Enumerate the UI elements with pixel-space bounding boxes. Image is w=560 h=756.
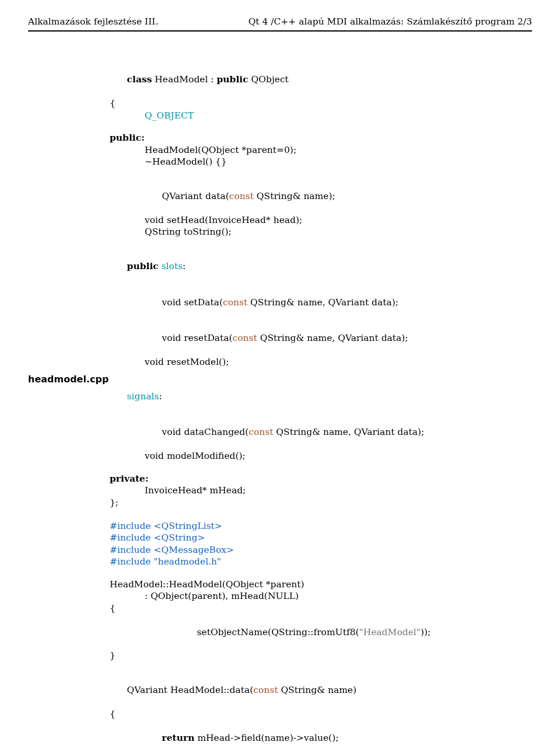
datachanged-pre: void dataChanged( (162, 427, 249, 437)
kw-public-base: public (217, 74, 249, 85)
header-left: Alkalmazások fejlesztése III. (28, 16, 158, 27)
hm-data-pre: QVariant HeadModel::data( (127, 685, 254, 695)
include-4a: #include (110, 556, 154, 567)
setdata-pre: void setData( (162, 297, 223, 308)
setobj-a: setObjectName(QString::fromUtf8( (197, 627, 359, 637)
include-3: #include <QMessageBox> (110, 544, 532, 556)
data-pre: QVariant data( (162, 191, 229, 201)
hm-data-ret: mHead->field(name)->value(); (194, 733, 338, 743)
tostring-decl: QString toString(); (110, 226, 532, 238)
brace-open-3: { (110, 708, 532, 720)
kw-const-5: const (253, 685, 278, 695)
file-label: headmodel.cpp (28, 374, 108, 385)
kw-public: public: (110, 132, 145, 143)
kw-public-2: public (127, 260, 159, 271)
header-right: Qt 4 /C++ alapú MDI alkalmazás: Számlaké… (249, 16, 532, 27)
page: Alkalmazások fejlesztése III. Qt 4 /C++ … (0, 0, 560, 756)
header-rule (28, 30, 532, 32)
modelmodified-decl: void modelModified(); (110, 450, 532, 462)
data-post: QString& name); (254, 191, 335, 201)
kw-class: class (127, 74, 152, 85)
macro-qobject: Q_OBJECT (145, 110, 194, 121)
include-4b: "headmodel.h" (154, 556, 222, 567)
dtor-decl: ~HeadModel() {} (110, 156, 532, 168)
colon-1: : (183, 261, 186, 271)
resetmodel-decl: void resetModel(); (110, 356, 532, 368)
brace-open-2: { (110, 602, 532, 614)
kw-const-4: const (249, 427, 273, 437)
code-block-cpp: #include <QStringList> #include <QString… (110, 520, 532, 756)
hm-ctor-init: : QObject(parent), mHead(NULL) (110, 590, 532, 602)
colon-2: : (159, 391, 162, 402)
resetdata-pre: void resetData( (162, 333, 233, 343)
mhead-decl: InvoiceHead* mHead; (110, 485, 532, 496)
kw-const-1: const (229, 191, 254, 201)
hm-ctor: HeadModel::HeadModel(QObject *parent) (110, 579, 532, 590)
kw-private: private: (110, 473, 149, 484)
base-class: QObject (249, 74, 289, 85)
page-header: Alkalmazások fejlesztése III. Qt 4 /C++ … (28, 16, 532, 29)
datachanged-post: QString& name, QVariant data); (273, 427, 424, 437)
brace-close-1: } (110, 650, 532, 661)
hm-data-post: QString& name) (278, 685, 356, 695)
sethead-decl: void setHead(InvoiceHead* head); (110, 214, 532, 226)
class-sep: : (208, 74, 216, 85)
kw-signals: signals (127, 391, 159, 402)
brace-open: { (110, 97, 532, 109)
class-name: HeadModel (155, 74, 208, 85)
setobj-c: )); (421, 627, 430, 637)
setdata-post: QString& name, QVariant data); (247, 297, 398, 308)
kw-const-2: const (223, 297, 247, 308)
ctor-decl: HeadModel(QObject *parent=0); (110, 144, 532, 156)
setobj-b: "HeadModel" (359, 627, 421, 637)
kw-const-3: const (233, 333, 257, 343)
include-1: #include <QStringList> (110, 520, 532, 532)
kw-slots: slots (159, 261, 183, 271)
include-2: #include <QString> (110, 532, 532, 544)
class-close: }; (110, 497, 532, 508)
kw-return-1: return (162, 732, 195, 743)
resetdata-post: QString& name, QVariant data); (257, 333, 408, 343)
code-block-header: class HeadModel : public QObject { Q_OBJ… (110, 62, 532, 508)
